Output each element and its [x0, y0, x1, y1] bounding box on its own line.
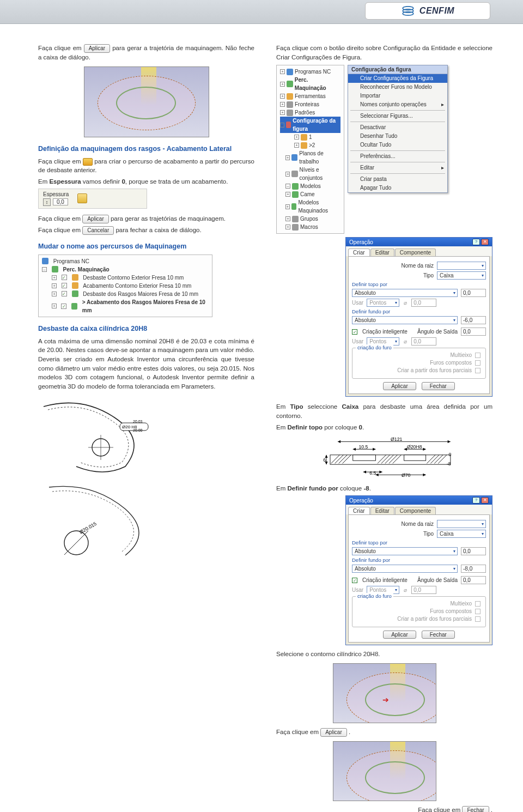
fundo-value-input[interactable]: -6,0 — [461, 316, 486, 324]
tree-item[interactable]: + ✓ Acabamento Contorno Exterior Fresa 1… — [42, 282, 209, 290]
tree-item[interactable]: + Ferramentas — [280, 92, 340, 100]
expand-icon[interactable]: + — [285, 192, 290, 197]
menu-item[interactable]: Desenhar Tudo — [348, 132, 447, 141]
topo-mode-select[interactable]: Absoluto — [352, 289, 458, 297]
topo-value-input[interactable]: 0,0 — [461, 547, 486, 555]
expand-icon[interactable]: + — [52, 283, 57, 288]
dialog-aplicar-button[interactable]: Aplicar — [383, 631, 416, 639]
menu-item[interactable]: Preferências... — [348, 152, 447, 161]
tree-item[interactable]: + Padrões — [280, 108, 340, 117]
expand-icon[interactable]: + — [280, 69, 285, 74]
dialog-fechar-button[interactable]: Fechar — [422, 382, 455, 390]
tipo-select[interactable]: Caixa — [437, 530, 486, 538]
cancelar-button-inline[interactable]: Cancelar — [82, 226, 114, 235]
expand-icon[interactable]: + — [294, 135, 299, 140]
nome-input[interactable] — [437, 520, 486, 528]
tree-item[interactable]: + ✓ Desbaste Contorno Exterior Fresa 10 … — [42, 274, 209, 282]
expand-icon[interactable]: + — [285, 225, 290, 229]
spinner-value[interactable]: 0,0 — [53, 198, 68, 205]
menu-item[interactable]: Criar Configurações da Figura — [348, 74, 447, 83]
tree-perc[interactable]: – Perc. Maquinação — [42, 265, 209, 274]
aplicar-button-inline[interactable]: Aplicar — [84, 44, 111, 53]
expand-icon[interactable]: + — [280, 110, 285, 115]
fundo-mode-select[interactable]: Absoluto — [352, 316, 458, 324]
tree-root[interactable]: Programas NC — [42, 257, 209, 265]
check-icon[interactable]: ✓ — [61, 304, 66, 309]
spinner-action-icon[interactable] — [77, 193, 87, 203]
menu-item[interactable]: Apagar Tudo — [348, 184, 447, 192]
expand-icon[interactable]: + — [285, 155, 290, 160]
menu-item[interactable]: Reconhecer Furos no Modelo — [348, 83, 447, 92]
para-apply-trajectories: Faça clique em Aplicar para gerar as tra… — [38, 214, 254, 223]
expand-icon[interactable]: + — [285, 204, 290, 209]
expand-icon[interactable]: + — [52, 292, 57, 296]
expand-icon[interactable]: + — [52, 275, 57, 280]
expand-icon[interactable]: + — [280, 102, 285, 107]
menu-item[interactable]: Seleccionar Figuras... — [348, 112, 447, 120]
criacao-int-check[interactable]: ✓ — [352, 329, 357, 335]
tree-item[interactable]: + >2 — [280, 141, 340, 149]
expand-icon[interactable]: + — [280, 94, 285, 99]
angulo-input[interactable]: 0,0 — [461, 328, 486, 336]
tree-item[interactable]: + Programas NC — [280, 68, 340, 76]
expand-icon[interactable]: + — [285, 172, 290, 177]
tree-item[interactable]: + Planos de trabalho — [280, 149, 340, 166]
menu-item[interactable]: Importar — [348, 92, 447, 100]
menu-item[interactable]: Desactivar — [348, 123, 447, 132]
help-icon[interactable]: ? — [472, 497, 480, 504]
expand-icon[interactable]: – — [280, 123, 284, 128]
menu-item[interactable]: Ocultar Tudo — [348, 141, 447, 149]
nome-input[interactable] — [437, 262, 486, 270]
tree-item[interactable]: + Perc. Maquinação — [280, 76, 340, 92]
expand-icon[interactable]: + — [294, 143, 299, 148]
topo-value-input[interactable]: 0,0 — [461, 289, 486, 297]
expand-icon[interactable]: + — [280, 82, 285, 87]
dialog-aplicar-button[interactable]: Aplicar — [383, 382, 416, 390]
expand-icon[interactable]: + — [52, 304, 57, 308]
tree-item[interactable]: + 1 — [280, 133, 340, 141]
topo-mode-select[interactable]: Absoluto — [352, 547, 458, 555]
spinner-decrement-icon[interactable]: ↕ — [43, 198, 51, 206]
aplicar-button-inline-2[interactable]: Aplicar — [82, 215, 109, 223]
criacao-int-check[interactable]: ✓ — [352, 578, 357, 583]
tree-item[interactable]: + Modelos Maquinados — [280, 198, 340, 215]
check-icon[interactable]: ✓ — [62, 275, 67, 280]
tree-item-current[interactable]: + ✓ > Acabamento dos Rasgos Maiores Fres… — [42, 298, 209, 314]
tree-item[interactable]: + Fronteiras — [280, 100, 340, 108]
tree-item[interactable]: + Níveis e conjuntos — [280, 166, 340, 182]
tree-item[interactable]: + Macros — [280, 223, 340, 231]
tab-editar[interactable]: Editar — [370, 249, 394, 256]
tree-item[interactable]: + ✓ Desbaste dos Rasgos Maiores Fresa de… — [42, 290, 209, 298]
tab-editar[interactable]: Editar — [370, 507, 394, 514]
help-icon[interactable]: ? — [472, 239, 480, 245]
check-icon[interactable]: ✓ — [62, 283, 67, 288]
angulo-input[interactable]: 0,0 — [461, 576, 486, 584]
menu-item[interactable]: Editar — [348, 163, 447, 172]
menu-item[interactable]: Nomes conjunto operações — [348, 100, 447, 109]
fechar-button-inline[interactable]: Fechar — [462, 806, 489, 812]
tree-item[interactable]: – Configuração da figura — [280, 117, 340, 133]
tab-componente[interactable]: Componente — [395, 507, 436, 514]
tab-componente[interactable]: Componente — [395, 249, 436, 256]
fundo-value-input[interactable]: -8,0 — [461, 565, 486, 573]
menu-item[interactable]: Criar pasta — [348, 175, 447, 184]
aplicar-button-inline-3[interactable]: Aplicar — [320, 728, 347, 737]
close-icon[interactable]: ✕ — [481, 239, 489, 245]
tipo-select[interactable]: Caixa — [437, 271, 486, 280]
tree-item[interactable]: + Came — [280, 190, 340, 198]
tab-criar[interactable]: Criar — [348, 507, 370, 514]
cam-preview-image — [333, 741, 436, 801]
furos-comp-check — [475, 609, 481, 614]
dialog-fechar-button[interactable]: Fechar — [422, 631, 455, 639]
expand-icon[interactable]: + — [285, 216, 290, 221]
tree-item[interactable]: + Grupos — [280, 215, 340, 223]
dialog-tabs: Criar Editar Componente — [346, 246, 492, 256]
tab-criar[interactable]: Criar — [348, 249, 370, 256]
expand-icon[interactable]: – — [42, 267, 47, 272]
tree-item[interactable]: – Modelos — [280, 182, 340, 190]
expand-icon[interactable]: – — [285, 184, 290, 189]
toolpath-icon[interactable] — [83, 158, 93, 166]
check-icon[interactable]: ✓ — [62, 291, 67, 296]
fundo-mode-select[interactable]: Absoluto — [352, 565, 458, 573]
close-icon[interactable]: ✕ — [481, 497, 489, 504]
